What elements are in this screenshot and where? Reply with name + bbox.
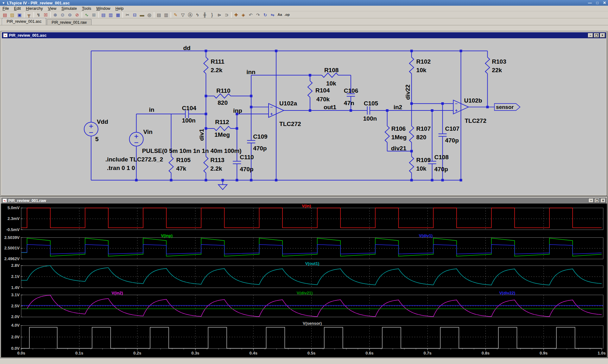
- junction: [236, 127, 238, 130]
- junction: [309, 74, 311, 77]
- mirror-button[interactable]: ⇋: [269, 12, 276, 18]
- waveform-minimize-button[interactable]: –: [588, 198, 594, 203]
- zoom-full-button[interactable]: ⊘: [73, 12, 81, 18]
- toolbar-separator: [98, 12, 99, 18]
- schematic-canvas[interactable]: –+–+sensorddininpinnout1in2div1div22div2…: [2, 39, 606, 195]
- x-tick-label: 0.1s: [75, 351, 83, 355]
- control-panel-button[interactable]: ┳: [25, 12, 33, 18]
- capacitor-C106: [347, 94, 355, 96]
- rotate-button[interactable]: ↻: [262, 12, 269, 18]
- find-button[interactable]: ◎: [146, 12, 153, 18]
- junction: [410, 50, 413, 52]
- halt-button[interactable]: ☒: [42, 12, 49, 18]
- schematic-label: 470p: [434, 166, 448, 173]
- schematic-label: 2.2k: [211, 67, 222, 73]
- capacitor-C110: [233, 161, 241, 164]
- waveform-close-button[interactable]: ×: [600, 198, 606, 203]
- minimize-button[interactable]: —: [588, 1, 592, 5]
- schematic-window-titlebar[interactable]: ⌁ PIR_review_001.asc – ❐ ×: [2, 32, 606, 38]
- schematic-label: out1: [324, 104, 336, 110]
- tile-horizontal-button[interactable]: ▤: [100, 12, 107, 18]
- junction: [205, 113, 207, 115]
- run-button[interactable]: ↯: [35, 12, 42, 18]
- schematic-label: 470k: [316, 96, 330, 103]
- menu-view[interactable]: View: [45, 6, 59, 11]
- x-tick-label: 0.3s: [191, 351, 199, 355]
- print-button[interactable]: ▥: [162, 12, 170, 18]
- schematic-label: 10k: [326, 80, 336, 87]
- maximize-button[interactable]: □: [596, 1, 598, 5]
- zoom-in-button[interactable]: ⊕: [52, 12, 59, 18]
- copy-button[interactable]: ⊟: [131, 12, 138, 18]
- tile-vertical-button[interactable]: ▥: [107, 12, 114, 18]
- redo-button[interactable]: ↷: [254, 12, 262, 18]
- schematic-label: R107: [416, 125, 431, 132]
- schematic-label: 47k: [176, 165, 186, 172]
- schematic-label: R105: [176, 157, 190, 163]
- print-preview-button[interactable]: ▤: [155, 12, 162, 18]
- inductor-button[interactable]: }: [208, 12, 216, 18]
- schematic-drawing: –+–+sensorddininpinnout1in2div1div22div2…: [2, 39, 606, 195]
- text-button[interactable]: Aa: [276, 12, 283, 18]
- opamp-plus: +: [455, 108, 458, 113]
- schematic-label: .include TLC272.5_2: [105, 156, 163, 163]
- ground-button[interactable]: ▽: [179, 12, 187, 18]
- save-button[interactable]: ▣: [16, 12, 23, 18]
- close-button[interactable]: ✕: [603, 1, 606, 5]
- tab-pir_review_001.asc[interactable]: PIR_review_001.asc: [2, 18, 46, 25]
- x-tick-label: 0.7s: [423, 351, 431, 355]
- schematic-label: R102: [416, 58, 431, 65]
- zoom-pan-button[interactable]: ⊙: [59, 12, 66, 18]
- menu-file[interactable]: File: [0, 6, 11, 11]
- resistor-button[interactable]: ϟ: [194, 12, 201, 18]
- tab-pir_review_001.raw[interactable]: PIR_review_001.raw: [47, 19, 92, 25]
- zoom-out-button[interactable]: ⊖: [66, 12, 73, 18]
- diode-button[interactable]: ⊳: [216, 12, 223, 18]
- waveform-window-titlebar[interactable]: ∿ PIR_review_001.raw – ❐ ×: [1, 198, 607, 204]
- waveform-canvas[interactable]: 5.0mV2.3mV-0.5mVV(in)2.5039V2.5001V2.496…: [1, 204, 607, 357]
- schematic-minimize-button[interactable]: –: [588, 33, 593, 38]
- spice-directive-button[interactable]: .op: [283, 12, 291, 18]
- drag-button[interactable]: ◈: [240, 12, 247, 18]
- schematic-close-button[interactable]: ×: [600, 33, 605, 38]
- junction: [410, 102, 413, 105]
- schematic-label: R112: [215, 119, 229, 125]
- paste-button[interactable]: ▬: [138, 12, 146, 18]
- component-button[interactable]: ⊃: [223, 12, 230, 18]
- menu-hierarchy[interactable]: Hierarchy: [23, 6, 46, 11]
- y-tick-label: 4.0V: [11, 323, 20, 328]
- undo-button[interactable]: ↶: [247, 12, 254, 18]
- plot-settings-button[interactable]: ⊞: [90, 12, 98, 18]
- open-button[interactable]: ▨: [9, 12, 16, 18]
- cascade-button[interactable]: ▦: [114, 12, 122, 18]
- waveform-restore-button[interactable]: ❐: [594, 198, 600, 203]
- y-tick-label: 2.5V: [11, 304, 20, 308]
- schematic-label: R108: [324, 67, 339, 73]
- menu-tools[interactable]: Tools: [79, 6, 94, 11]
- junction: [459, 179, 462, 181]
- new-schematic-button[interactable]: ▤: [1, 12, 9, 18]
- schematic-label: C106: [344, 87, 358, 94]
- schematic-label: 820: [218, 99, 228, 106]
- menu-window[interactable]: Window: [94, 6, 113, 11]
- menu-edit[interactable]: Edit: [11, 6, 23, 11]
- schematic-label: R113: [210, 157, 224, 163]
- schematic-restore-button[interactable]: ❐: [594, 33, 599, 38]
- net-label-button[interactable]: Ⓐ: [187, 12, 194, 18]
- resistor-R113: [204, 156, 208, 173]
- autorange-button[interactable]: ∿: [83, 12, 90, 18]
- move-button[interactable]: ✚: [232, 12, 240, 18]
- voltage-source-Vdd: [84, 122, 98, 136]
- wire-button[interactable]: ✎: [172, 12, 179, 18]
- cut-button[interactable]: ✂: [124, 12, 131, 18]
- junction: [170, 179, 172, 181]
- trace-name-V(in2): V(in2): [111, 291, 123, 295]
- schematic-label: in: [149, 106, 155, 113]
- trace-name-V(div1): V(div1): [419, 233, 433, 238]
- junction: [205, 127, 207, 130]
- capacitor-button[interactable]: ╫: [201, 12, 208, 18]
- schematic-label: C108: [434, 154, 449, 160]
- menu-help[interactable]: Help: [113, 6, 126, 11]
- junction: [250, 106, 252, 108]
- menu-simulate[interactable]: Simulate: [59, 6, 79, 11]
